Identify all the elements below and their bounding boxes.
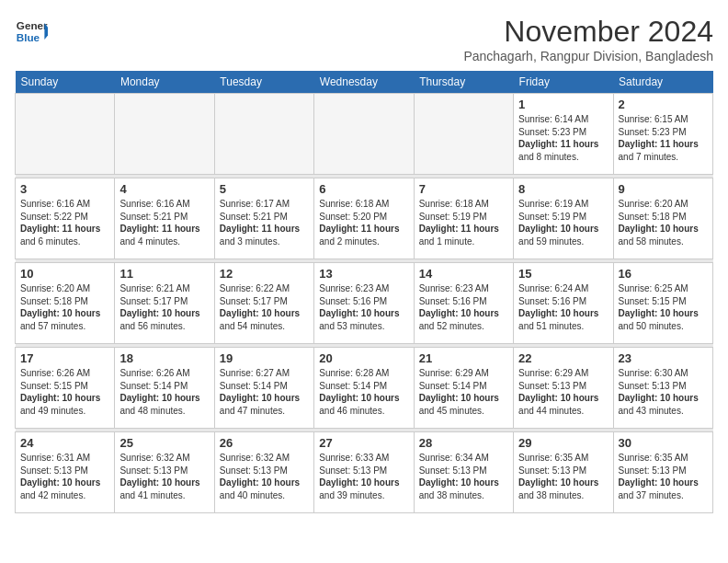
day-info: Sunrise: 6:32 AMSunset: 5:13 PMDaylight:… (220, 452, 309, 501)
day-number: 11 (119, 267, 209, 281)
day-info: Sunrise: 6:29 AMSunset: 5:13 PMDaylight:… (518, 367, 608, 417)
day-number: 17 (20, 351, 109, 365)
day-info: Sunrise: 6:16 AMSunset: 5:21 PMDaylight:… (119, 198, 209, 247)
day-info: Sunrise: 6:35 AMSunset: 5:13 PMDaylight:… (619, 452, 708, 501)
day-info: Sunrise: 6:21 AMSunset: 5:17 PMDaylight:… (119, 282, 209, 332)
day-info: Sunrise: 6:35 AMSunset: 5:13 PMDaylight:… (518, 452, 608, 501)
calendar-cell: 23Sunrise: 6:30 AMSunset: 5:13 PMDayligh… (613, 348, 712, 429)
weekday-header-sunday: Sunday (16, 71, 115, 94)
day-number: 12 (220, 267, 309, 281)
day-number: 2 (619, 98, 708, 111)
day-info: Sunrise: 6:14 AMSunset: 5:23 PMDaylight:… (518, 113, 608, 163)
calendar-cell: 30Sunrise: 6:35 AMSunset: 5:13 PMDayligh… (613, 432, 712, 513)
day-info: Sunrise: 6:29 AMSunset: 5:14 PMDaylight:… (419, 367, 508, 417)
calendar-cell: 28Sunrise: 6:34 AMSunset: 5:13 PMDayligh… (414, 432, 513, 513)
day-number: 4 (119, 182, 209, 196)
day-number: 1 (518, 98, 608, 111)
day-info: Sunrise: 6:24 AMSunset: 5:16 PMDaylight:… (518, 282, 608, 332)
calendar-cell: 13Sunrise: 6:23 AMSunset: 5:16 PMDayligh… (314, 263, 414, 344)
location: Panchagarh, Rangpur Division, Bangladesh (463, 49, 713, 63)
calendar-cell (16, 94, 115, 175)
calendar-cell: 26Sunrise: 6:32 AMSunset: 5:13 PMDayligh… (214, 432, 313, 513)
day-info: Sunrise: 6:19 AMSunset: 5:19 PMDaylight:… (518, 198, 608, 247)
day-info: Sunrise: 6:22 AMSunset: 5:17 PMDaylight:… (220, 282, 309, 332)
calendar-cell: 11Sunrise: 6:21 AMSunset: 5:17 PMDayligh… (115, 263, 214, 344)
calendar-cell: 1Sunrise: 6:14 AMSunset: 5:23 PMDaylight… (514, 94, 613, 175)
calendar-cell: 24Sunrise: 6:31 AMSunset: 5:13 PMDayligh… (16, 432, 115, 513)
day-info: Sunrise: 6:26 AMSunset: 5:15 PMDaylight:… (20, 367, 109, 417)
calendar-cell: 10Sunrise: 6:20 AMSunset: 5:18 PMDayligh… (16, 263, 115, 344)
day-info: Sunrise: 6:26 AMSunset: 5:14 PMDaylight:… (119, 367, 209, 417)
week-row-4: 17Sunrise: 6:26 AMSunset: 5:15 PMDayligh… (16, 348, 713, 429)
calendar-cell: 27Sunrise: 6:33 AMSunset: 5:13 PMDayligh… (314, 432, 414, 513)
calendar-cell: 12Sunrise: 6:22 AMSunset: 5:17 PMDayligh… (214, 263, 313, 344)
day-number: 28 (419, 436, 508, 450)
weekday-header-row: SundayMondayTuesdayWednesdayThursdayFrid… (16, 71, 713, 94)
day-info: Sunrise: 6:34 AMSunset: 5:13 PMDaylight:… (419, 452, 508, 501)
day-number: 14 (419, 267, 508, 281)
day-number: 23 (619, 351, 708, 365)
svg-text:General: General (17, 19, 48, 31)
day-info: Sunrise: 6:20 AMSunset: 5:18 PMDaylight:… (619, 198, 708, 247)
weekday-header-tuesday: Tuesday (214, 71, 313, 94)
calendar-cell: 29Sunrise: 6:35 AMSunset: 5:13 PMDayligh… (514, 432, 613, 513)
month-title: November 2024 (463, 15, 713, 49)
day-info: Sunrise: 6:27 AMSunset: 5:14 PMDaylight:… (220, 367, 309, 417)
day-number: 26 (220, 436, 309, 450)
day-info: Sunrise: 6:20 AMSunset: 5:18 PMDaylight:… (20, 282, 109, 332)
day-info: Sunrise: 6:30 AMSunset: 5:13 PMDaylight:… (619, 367, 708, 417)
calendar-cell: 17Sunrise: 6:26 AMSunset: 5:15 PMDayligh… (16, 348, 115, 429)
calendar-cell (214, 94, 313, 175)
day-number: 15 (518, 267, 608, 281)
day-info: Sunrise: 6:23 AMSunset: 5:16 PMDaylight:… (319, 282, 408, 332)
week-row-1: 1Sunrise: 6:14 AMSunset: 5:23 PMDaylight… (16, 94, 713, 175)
weekday-header-friday: Friday (514, 71, 613, 94)
day-number: 3 (20, 182, 109, 196)
calendar-cell (414, 94, 513, 175)
week-row-3: 10Sunrise: 6:20 AMSunset: 5:18 PMDayligh… (16, 263, 713, 344)
day-number: 22 (518, 351, 608, 365)
page-header: GeneralBlue November 2024 Panchagarh, Ra… (15, 15, 713, 63)
calendar-cell: 14Sunrise: 6:23 AMSunset: 5:16 PMDayligh… (414, 263, 513, 344)
week-row-2: 3Sunrise: 6:16 AMSunset: 5:22 PMDaylight… (16, 178, 713, 259)
day-number: 30 (619, 436, 708, 450)
calendar-cell: 21Sunrise: 6:29 AMSunset: 5:14 PMDayligh… (414, 348, 513, 429)
title-area: November 2024 Panchagarh, Rangpur Divisi… (463, 15, 713, 63)
day-info: Sunrise: 6:23 AMSunset: 5:16 PMDaylight:… (419, 282, 508, 332)
calendar-cell: 19Sunrise: 6:27 AMSunset: 5:14 PMDayligh… (214, 348, 313, 429)
calendar: SundayMondayTuesdayWednesdayThursdayFrid… (15, 71, 713, 513)
day-number: 9 (619, 182, 708, 196)
day-number: 6 (319, 182, 408, 196)
logo-icon: GeneralBlue (15, 15, 48, 48)
calendar-cell: 4Sunrise: 6:16 AMSunset: 5:21 PMDaylight… (115, 178, 214, 259)
day-info: Sunrise: 6:18 AMSunset: 5:19 PMDaylight:… (419, 198, 508, 247)
week-row-5: 24Sunrise: 6:31 AMSunset: 5:13 PMDayligh… (16, 432, 713, 513)
weekday-header-thursday: Thursday (414, 71, 513, 94)
day-number: 10 (20, 267, 109, 281)
calendar-cell: 3Sunrise: 6:16 AMSunset: 5:22 PMDaylight… (16, 178, 115, 259)
day-info: Sunrise: 6:25 AMSunset: 5:15 PMDaylight:… (619, 282, 708, 332)
calendar-cell (115, 94, 214, 175)
day-info: Sunrise: 6:33 AMSunset: 5:13 PMDaylight:… (319, 452, 408, 501)
day-number: 29 (518, 436, 608, 450)
calendar-cell: 16Sunrise: 6:25 AMSunset: 5:15 PMDayligh… (613, 263, 712, 344)
weekday-header-monday: Monday (115, 71, 214, 94)
day-number: 24 (20, 436, 109, 450)
calendar-cell: 9Sunrise: 6:20 AMSunset: 5:18 PMDaylight… (613, 178, 712, 259)
calendar-cell: 20Sunrise: 6:28 AMSunset: 5:14 PMDayligh… (314, 348, 414, 429)
day-number: 13 (319, 267, 408, 281)
day-number: 20 (319, 351, 408, 365)
day-info: Sunrise: 6:31 AMSunset: 5:13 PMDaylight:… (20, 452, 109, 501)
calendar-cell (314, 94, 414, 175)
svg-text:Blue: Blue (17, 31, 40, 43)
day-info: Sunrise: 6:16 AMSunset: 5:22 PMDaylight:… (20, 198, 109, 247)
day-info: Sunrise: 6:15 AMSunset: 5:23 PMDaylight:… (619, 113, 708, 163)
calendar-cell: 8Sunrise: 6:19 AMSunset: 5:19 PMDaylight… (514, 178, 613, 259)
day-number: 18 (119, 351, 209, 365)
day-info: Sunrise: 6:17 AMSunset: 5:21 PMDaylight:… (220, 198, 309, 247)
weekday-header-saturday: Saturday (613, 71, 712, 94)
day-number: 25 (119, 436, 209, 450)
calendar-cell: 15Sunrise: 6:24 AMSunset: 5:16 PMDayligh… (514, 263, 613, 344)
day-number: 21 (419, 351, 508, 365)
day-info: Sunrise: 6:18 AMSunset: 5:20 PMDaylight:… (319, 198, 408, 247)
